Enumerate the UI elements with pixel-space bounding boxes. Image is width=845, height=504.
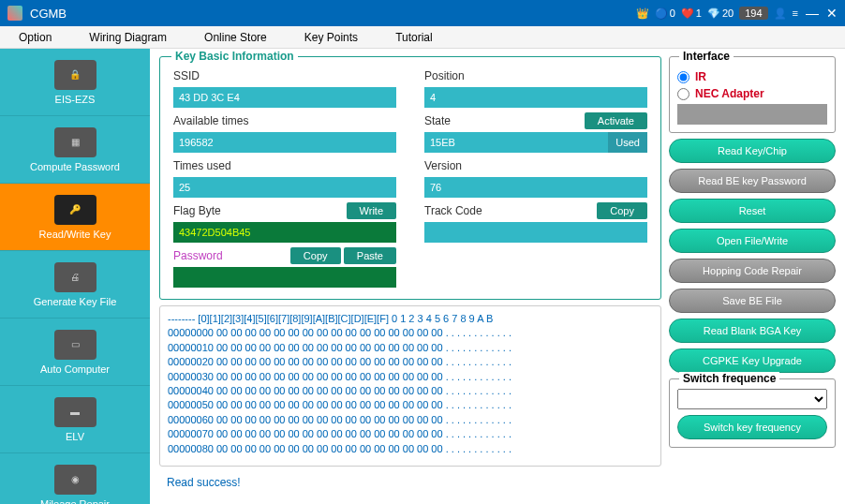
hex-row: 00000020 00 00 00 00 00 00 00 00 00 00 0… bbox=[168, 355, 653, 369]
radio-nec-input[interactable] bbox=[677, 88, 689, 100]
nav-auto-computer[interactable]: ▭Auto Computer bbox=[0, 319, 150, 386]
ssid-value: 43 DD 3C E4 bbox=[173, 87, 396, 108]
stat-gray: 194 bbox=[739, 7, 767, 20]
password-label: Password bbox=[173, 249, 223, 262]
position-label: Position bbox=[424, 67, 647, 85]
title-bar: CGMB 👑 🔵 0 ❤️ 1 💎 20 194 👤 ≡ — ✕ bbox=[0, 0, 845, 26]
printer-icon: 🖨 bbox=[54, 262, 96, 292]
nav-label: EIS-EZS bbox=[55, 94, 96, 105]
key-icon: 🔑 bbox=[54, 195, 96, 225]
radio-nec[interactable]: NEC Adapter bbox=[677, 87, 827, 100]
avail-label: Available times bbox=[173, 111, 396, 130]
track-value bbox=[424, 222, 647, 243]
ssid-label: SSID bbox=[173, 67, 396, 85]
avail-value: 196582 bbox=[173, 132, 396, 153]
stat-blue: 🔵 0 bbox=[655, 7, 675, 20]
board-icon: ▬ bbox=[54, 397, 96, 427]
menu-icon[interactable]: ≡ bbox=[793, 7, 798, 19]
nav-label: Compute Password bbox=[30, 161, 120, 172]
nav-label: Read/Write Key bbox=[39, 229, 111, 240]
hex-row: 00000010 00 00 00 00 00 00 00 00 00 00 0… bbox=[168, 341, 653, 355]
version-label: Version bbox=[424, 156, 647, 175]
nav-label: ELV bbox=[66, 431, 84, 442]
stat-red: ❤️ 1 bbox=[681, 7, 702, 20]
read-blank-bga-button[interactable]: Read Blank BGA Key bbox=[669, 319, 836, 343]
app-title: CGMB bbox=[30, 7, 636, 21]
freq-legend: Switch frequence bbox=[679, 372, 779, 385]
key-basic-info-panel: Key Basic Information SSID 43 DD 3C E4 P… bbox=[159, 56, 661, 300]
hex-row: 00000060 00 00 00 00 00 00 00 00 00 00 0… bbox=[168, 413, 653, 427]
user-icon[interactable]: 👤 bbox=[774, 7, 787, 20]
menu-option[interactable]: Option bbox=[19, 31, 52, 44]
ecu-icon: ▭ bbox=[54, 330, 96, 360]
copy-track-button[interactable]: Copy bbox=[597, 202, 647, 219]
nav-label: Generate Key File bbox=[34, 296, 117, 307]
interface-legend: Interface bbox=[679, 50, 734, 63]
radio-nec-label: NEC Adapter bbox=[695, 87, 764, 100]
status-message: Read success! bbox=[159, 472, 661, 493]
menu-store[interactable]: Online Store bbox=[204, 31, 267, 44]
safe-icon: 🔒 bbox=[54, 60, 96, 90]
chip-icon: ▦ bbox=[54, 127, 96, 157]
paste-password-button[interactable]: Paste bbox=[344, 247, 396, 264]
nav-elv[interactable]: ▬ELV bbox=[0, 386, 150, 453]
track-label: Track Code bbox=[424, 204, 482, 217]
switch-frequence-panel: Switch frequence Switch key frequency bbox=[669, 378, 836, 448]
nav-generate-key-file[interactable]: 🖨Generate Key File bbox=[0, 251, 150, 319]
hex-row: 00000070 00 00 00 00 00 00 00 00 00 00 0… bbox=[168, 427, 653, 441]
close-button[interactable]: ✕ bbox=[826, 6, 838, 21]
radio-ir-input[interactable] bbox=[677, 71, 689, 83]
hex-row: 00000000 00 00 00 00 00 00 00 00 00 00 0… bbox=[168, 326, 653, 340]
header-stats: 👑 🔵 0 ❤️ 1 💎 20 194 👤 ≡ bbox=[636, 7, 798, 20]
hex-row: 00000030 00 00 00 00 00 00 00 00 00 00 0… bbox=[168, 370, 653, 384]
nav-read-write-key[interactable]: 🔑Read/Write Key bbox=[0, 184, 150, 251]
cgpke-upgrade-button[interactable]: CGPKE Key Upgrade bbox=[669, 348, 836, 373]
open-file-write-button[interactable]: Open File/Write bbox=[669, 229, 836, 253]
interface-status-bar bbox=[677, 104, 827, 125]
reset-button[interactable]: Reset bbox=[669, 199, 836, 223]
menu-keypoints[interactable]: Key Points bbox=[304, 31, 358, 44]
version-value: 76 bbox=[424, 177, 647, 198]
times-label: Times used bbox=[173, 156, 396, 175]
menu-wiring[interactable]: Wiring Diagram bbox=[89, 31, 167, 44]
gauge-icon: ◉ bbox=[54, 465, 96, 495]
hex-row: 00000080 00 00 00 00 00 00 00 00 00 00 0… bbox=[168, 442, 653, 456]
hex-row: 00000050 00 00 00 00 00 00 00 00 00 00 0… bbox=[168, 398, 653, 412]
hopping-code-repair-button[interactable]: Hopping Code Repair bbox=[669, 259, 836, 283]
radio-ir[interactable]: IR bbox=[677, 70, 827, 83]
hex-row: 00000040 00 00 00 00 00 00 00 00 00 00 0… bbox=[168, 384, 653, 398]
copy-password-button[interactable]: Copy bbox=[290, 247, 341, 264]
nav-mileage-repair[interactable]: ◉Mileage Repair bbox=[0, 453, 150, 504]
position-value: 4 bbox=[424, 87, 647, 108]
write-button[interactable]: Write bbox=[347, 202, 396, 219]
interface-panel: Interface IR NEC Adapter bbox=[669, 56, 836, 133]
flag-value: 43472D504B45 bbox=[173, 222, 396, 243]
app-logo-icon bbox=[7, 6, 22, 21]
state-label: State bbox=[424, 114, 451, 127]
menu-bar: Option Wiring Diagram Online Store Key P… bbox=[0, 26, 845, 49]
nav-label: Mileage Repair bbox=[40, 498, 110, 505]
read-key-chip-button[interactable]: Read Key/Chip bbox=[669, 139, 836, 163]
hex-viewer[interactable]: -------- [0][1][2][3][4][5][6][7][8][9][… bbox=[159, 305, 661, 467]
radio-ir-label: IR bbox=[695, 70, 706, 83]
kbi-legend: Key Basic Information bbox=[171, 50, 298, 63]
frequency-select[interactable] bbox=[677, 389, 827, 409]
switch-key-frequency-button[interactable]: Switch key frequency bbox=[677, 415, 827, 439]
sidebar: 🔒EIS-EZS ▦Compute Password 🔑Read/Write K… bbox=[0, 49, 150, 504]
times-value: 25 bbox=[173, 177, 396, 198]
read-be-password-button[interactable]: Read BE key Password bbox=[669, 169, 836, 193]
menu-tutorial[interactable]: Tutorial bbox=[395, 31, 433, 44]
hex-header: -------- [0][1][2][3][4][5][6][7][8][9][… bbox=[168, 312, 653, 326]
nav-eis-ezs[interactable]: 🔒EIS-EZS bbox=[0, 49, 150, 116]
nav-compute-password[interactable]: ▦Compute Password bbox=[0, 116, 150, 184]
state-value: 15EBUsed bbox=[424, 132, 647, 153]
activate-button[interactable]: Activate bbox=[585, 112, 647, 129]
crown-icon: 👑 bbox=[636, 7, 649, 20]
save-be-file-button[interactable]: Save BE File bbox=[669, 289, 836, 313]
password-value bbox=[173, 267, 396, 288]
stat-green: 💎 20 bbox=[707, 7, 734, 20]
nav-label: Auto Computer bbox=[40, 363, 110, 375]
minimize-button[interactable]: — bbox=[806, 6, 819, 21]
flag-label: Flag Byte bbox=[173, 204, 221, 217]
